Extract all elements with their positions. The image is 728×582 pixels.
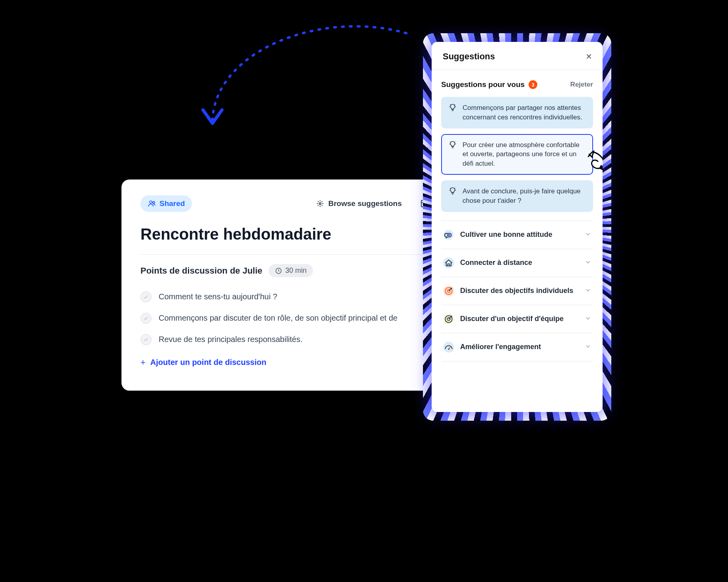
suggestions-panel: Suggestions ✕ Suggestions pour vous 3 Re… xyxy=(432,42,603,412)
category-row-team-goals[interactable]: Discuter d'un objectif d'équipe xyxy=(441,305,593,333)
section-title: Points de discussion de Julie xyxy=(140,266,262,276)
close-button[interactable]: ✕ xyxy=(586,52,592,61)
talking-point-text: Revue de tes principales responsabilités… xyxy=(159,333,303,345)
category-row-remote[interactable]: Connecter à distance xyxy=(441,249,593,277)
target-icon xyxy=(443,285,455,297)
duration-pill[interactable]: 30 min xyxy=(269,264,313,277)
gauge-icon xyxy=(443,341,455,353)
talking-point-text: Comment te sens-tu aujourd'hui ? xyxy=(159,291,277,302)
clock-icon xyxy=(275,267,282,274)
meeting-title: Rencontre hebdomadaire xyxy=(140,225,459,243)
suggestion-card[interactable]: Commençons par partager nos attentes con… xyxy=(441,97,593,128)
category-row-engagement[interactable]: Améliorer l'engagement xyxy=(441,333,593,361)
shared-label: Shared xyxy=(159,199,185,208)
talking-point[interactable]: Commençons par discuter de ton rôle, de … xyxy=(140,307,459,329)
category-label: Connecter à distance xyxy=(460,259,579,267)
add-talking-point-button[interactable]: + Ajouter un point de discussion xyxy=(140,358,266,367)
suggestion-text: Pour créer une atmosphère confortable et… xyxy=(463,140,586,168)
shared-pill[interactable]: Shared xyxy=(140,195,192,212)
cursor-icon xyxy=(584,148,603,177)
talking-point[interactable]: Revue de tes principales responsabilités… xyxy=(140,329,459,350)
svg-point-8 xyxy=(443,257,454,268)
check-icon[interactable] xyxy=(140,291,152,302)
close-icon: ✕ xyxy=(586,52,592,61)
lightbulb-icon xyxy=(448,140,457,168)
talking-points-list: Comment te sens-tu aujourd'hui ? Commenç… xyxy=(140,286,459,350)
panel-title: Suggestions xyxy=(443,51,495,62)
dashed-arrow xyxy=(193,25,414,144)
svg-point-1 xyxy=(153,202,155,204)
talking-point-text: Commençons par discuter de ton rôle, de … xyxy=(159,312,398,324)
svg-point-7 xyxy=(449,234,449,235)
talking-point[interactable]: Comment te sens-tu aujourd'hui ? xyxy=(140,286,459,307)
suggestions-count-badge: 3 xyxy=(529,80,537,89)
category-row-attitude[interactable]: Cultiver une bonne attitude xyxy=(441,221,593,249)
chevron-down-icon xyxy=(584,343,592,351)
suggestion-card[interactable]: Pour créer une atmosphère confortable et… xyxy=(441,134,593,175)
check-icon[interactable] xyxy=(140,334,152,345)
chevron-down-icon xyxy=(584,259,592,267)
reject-button[interactable]: Rejeter xyxy=(570,81,593,89)
category-row-individual-goals[interactable]: Discuter des objectifs individuels xyxy=(441,277,593,305)
check-icon[interactable] xyxy=(140,313,152,324)
svg-point-6 xyxy=(447,234,448,235)
home-icon xyxy=(443,257,455,269)
suggestion-text: Commençons par partager nos attentes con… xyxy=(463,103,586,122)
add-talking-point-label: Ajouter un point de discussion xyxy=(150,358,266,367)
category-label: Discuter d'un objectif d'équipe xyxy=(460,315,579,323)
category-list: Cultiver une bonne attitude Connecter à … xyxy=(441,221,593,361)
category-label: Améliorer l'engagement xyxy=(460,343,579,351)
divider xyxy=(140,254,459,255)
svg-point-2 xyxy=(319,203,321,205)
svg-point-16 xyxy=(448,348,449,350)
svg-point-0 xyxy=(150,201,152,203)
lightbulb-icon xyxy=(448,187,457,206)
browse-suggestions-link[interactable]: Browse suggestions xyxy=(316,199,402,208)
svg-point-15 xyxy=(443,342,454,353)
chevron-down-icon xyxy=(584,287,592,295)
sparkles-icon xyxy=(316,199,324,208)
duration-label: 30 min xyxy=(285,266,307,275)
category-label: Cultiver une bonne attitude xyxy=(460,231,579,239)
chevron-down-icon xyxy=(584,231,592,239)
plus-icon: + xyxy=(140,358,146,367)
suggestion-card[interactable]: Avant de conclure, puis-je faire quelque… xyxy=(441,180,593,212)
chat-icon xyxy=(443,229,455,241)
browse-suggestions-label: Browse suggestions xyxy=(328,199,402,208)
lightbulb-icon xyxy=(448,103,457,122)
suggestions-subtitle: Suggestions pour vous xyxy=(441,80,525,89)
people-icon xyxy=(148,199,156,208)
suggestion-text: Avant de conclure, puis-je faire quelque… xyxy=(463,187,586,206)
target-icon xyxy=(443,313,455,325)
chevron-down-icon xyxy=(584,315,592,323)
category-label: Discuter des objectifs individuels xyxy=(460,287,579,295)
